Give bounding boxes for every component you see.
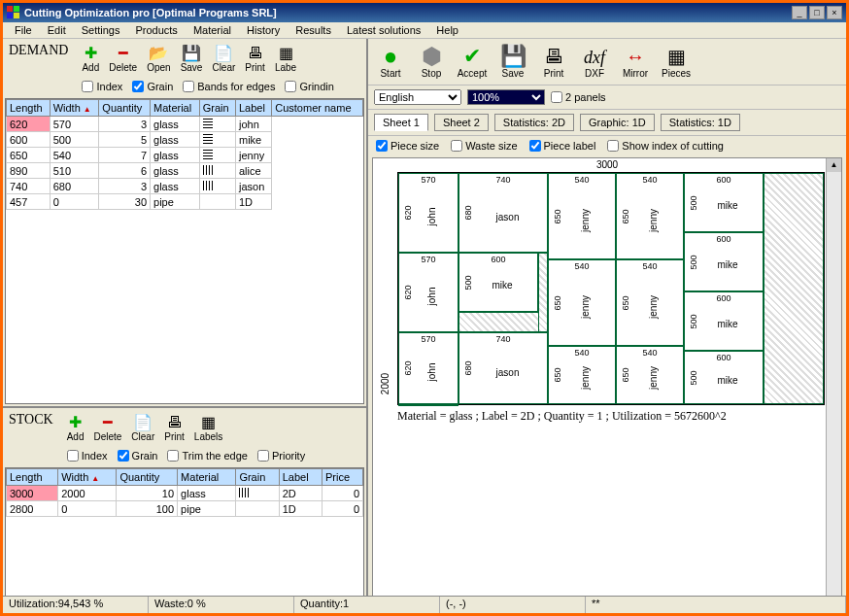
col-length[interactable]: Length (7, 100, 51, 117)
cut-piece[interactable]: 540650jenny (548, 259, 616, 346)
piece-size-checkbox[interactable]: Piece size (376, 140, 439, 152)
save-icon: 💾 (500, 45, 526, 68)
demand-bands-checkbox[interactable]: Bands for edges (183, 81, 275, 92)
stock-trim-checkbox[interactable]: Trim the edge (167, 450, 247, 462)
col-grain[interactable]: Grain (199, 100, 235, 117)
print-button[interactable]: 🖶Print (162, 412, 187, 444)
status-quantity: Quantity:1 (294, 597, 440, 613)
menu-settings[interactable]: Settings (74, 22, 128, 38)
vertical-scrollbar[interactable] (826, 158, 841, 609)
cut-piece[interactable]: 570620john (398, 173, 458, 253)
cut-piece[interactable]: 600500mike (684, 291, 764, 351)
menu-help[interactable]: Help (428, 22, 466, 38)
demand-grain-checkbox[interactable]: Grain (132, 81, 173, 92)
show-index-checkbox[interactable]: Show index of cutting (607, 140, 724, 152)
labels-button[interactable]: ▦Labe (273, 43, 298, 75)
cut-piece[interactable]: 600500mike (684, 232, 764, 291)
col-quantity[interactable]: Quantity (117, 469, 178, 486)
cut-piece[interactable]: 540650jenny (548, 173, 616, 259)
demand-table[interactable]: LengthWidth ▲QuantityMaterialGrainLabelC… (5, 98, 364, 404)
menu-products[interactable]: Products (127, 22, 185, 38)
tab-statistics-1d[interactable]: Statistics: 1D (661, 114, 740, 131)
cut-piece[interactable]: 740680jason (458, 332, 548, 404)
tab-sheet-1[interactable]: Sheet 1 (374, 114, 428, 131)
print-button[interactable]: 🖶Print (243, 43, 267, 75)
table-row[interactable]: 28000100pipe1D0 (7, 501, 363, 517)
menu-material[interactable]: Material (186, 22, 239, 38)
stock-grain-checkbox[interactable]: Grain (118, 450, 158, 462)
demand-index-checkbox[interactable]: Index (82, 81, 122, 92)
stock-table[interactable]: LengthWidth ▲QuantityMaterialGrainLabelP… (5, 467, 364, 610)
save-button[interactable]: 💾Save (494, 43, 531, 81)
delete-icon: ━ (119, 45, 128, 62)
cut-piece[interactable]: 570620john (398, 253, 458, 332)
tab-statistics-2d[interactable]: Statistics: 2D (494, 114, 574, 131)
col-label[interactable]: Label (235, 100, 271, 117)
print-button[interactable]: 🖶Print (535, 43, 572, 81)
table-row[interactable]: 7406803glassjason (7, 179, 363, 194)
table-row[interactable]: 457030pipe1D (7, 194, 363, 210)
cut-piece[interactable]: 540650jenny (616, 346, 684, 404)
stock-index-checkbox[interactable]: Index (67, 450, 108, 462)
add-button[interactable]: ✚Add (65, 412, 86, 444)
tab-sheet-2[interactable]: Sheet 2 (434, 114, 489, 131)
add-button[interactable]: ✚Add (80, 43, 101, 75)
delete-button[interactable]: ━Delete (91, 412, 123, 444)
zoom-select[interactable]: 100% (467, 89, 545, 105)
mirror-button[interactable]: ↔Mirror (617, 43, 654, 81)
col-label[interactable]: Label (279, 469, 322, 486)
dxf-icon: dxf (584, 45, 605, 68)
close-button[interactable]: × (827, 6, 842, 19)
stop-button[interactable]: ⬢Stop (413, 43, 450, 81)
cut-piece[interactable]: 600500mike (684, 173, 764, 232)
clear-button[interactable]: 📄Clear (210, 43, 237, 75)
sheet-canvas[interactable]: 3000 2000 570620john740680jason540650jen… (372, 157, 842, 610)
table-row[interactable]: 6005005glassmike (7, 132, 363, 148)
col-material[interactable]: Material (151, 100, 200, 117)
menu-history[interactable]: History (239, 22, 288, 38)
tab-graphic-1d[interactable]: Graphic: 1D (580, 114, 655, 131)
table-row[interactable]: 3000200010glass2D0 (7, 486, 363, 501)
labels-button[interactable]: ▦Labels (192, 412, 224, 444)
cut-piece[interactable]: 600500mike (458, 253, 538, 312)
start-button[interactable]: ●Start (372, 43, 409, 81)
menu-file[interactable]: File (7, 22, 40, 38)
cut-piece[interactable]: 540650jenny (616, 259, 684, 346)
col-width[interactable]: Width ▲ (58, 469, 117, 486)
cut-piece[interactable]: 740680jason (458, 173, 548, 253)
delete-button[interactable]: ━Delete (107, 43, 139, 75)
pieces-button[interactable]: ▦Pieces (658, 43, 695, 81)
col-price[interactable]: Price (323, 469, 363, 486)
table-row[interactable]: 6205703glassjohn (7, 117, 363, 132)
col-grain[interactable]: Grain (236, 469, 279, 486)
cut-piece[interactable]: 600500mike (684, 351, 764, 404)
col-width[interactable]: Width ▲ (50, 100, 99, 117)
cut-piece[interactable]: 540650jenny (616, 173, 684, 259)
two-panels-checkbox[interactable]: 2 panels (551, 91, 606, 103)
table-row[interactable]: 6505407glassjenny (7, 148, 363, 163)
cut-piece[interactable]: 540650jenny (548, 346, 616, 404)
menu-edit[interactable]: Edit (40, 22, 74, 38)
accept-button[interactable]: ✔Accept (454, 43, 491, 81)
piece-label-checkbox[interactable]: Piece label (529, 140, 596, 152)
menu-results[interactable]: Results (288, 22, 339, 38)
col-length[interactable]: Length (7, 469, 58, 486)
sheet-height-label: 2000 (380, 373, 391, 394)
table-row[interactable]: 8905106glassalice (7, 163, 363, 179)
waste-size-checkbox[interactable]: Waste size (451, 140, 517, 152)
demand-grinding-checkbox[interactable]: Grindin (285, 81, 333, 92)
maximize-button[interactable]: □ (809, 6, 825, 19)
col-customer-name[interactable]: Customer name (272, 100, 363, 117)
minimize-button[interactable]: _ (792, 6, 807, 19)
col-material[interactable]: Material (178, 469, 236, 486)
pieces-icon: ▦ (667, 45, 686, 68)
col-quantity[interactable]: Quantity (99, 100, 151, 117)
save-button[interactable]: 💾Save (179, 43, 205, 75)
language-select[interactable]: English (374, 89, 461, 105)
clear-button[interactable]: 📄Clear (129, 412, 156, 444)
menu-latest-solutions[interactable]: Latest solutions (339, 22, 428, 38)
stock-priority-checkbox[interactable]: Priority (257, 450, 305, 462)
cut-piece[interactable]: 570620john (398, 332, 458, 404)
open-button[interactable]: 📂Open (145, 43, 172, 75)
dxf-button[interactable]: dxfDXF (576, 43, 613, 81)
